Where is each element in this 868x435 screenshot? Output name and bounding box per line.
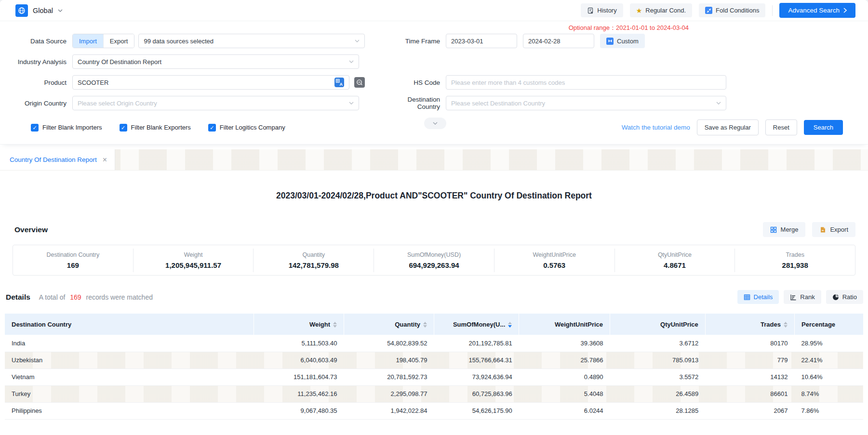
filter-blank-exporters-checkbox[interactable]: Filter Blank Exporters (120, 124, 191, 132)
table-cell: 11,235,462.16 (254, 385, 344, 402)
collapse-form-button[interactable] (424, 118, 446, 129)
history-button[interactable]: History (581, 3, 623, 17)
form-right-column: Time Frame Custom (383, 34, 726, 117)
table-body: India5,111,503.4054,802,839.52201,192,78… (5, 335, 863, 419)
data-sources-select[interactable]: 99 data sources selected (138, 34, 365, 48)
hs-code-input[interactable] (451, 79, 721, 86)
table-row[interactable]: India5,111,503.4054,802,839.52201,192,78… (5, 335, 863, 352)
col-percentage: Percentage (794, 314, 863, 335)
merge-button[interactable]: Merge (763, 222, 806, 237)
table-cell: 779 (705, 352, 794, 369)
industry-analysis-label: Industry Analysis (0, 58, 72, 66)
sort-icon[interactable] (423, 322, 427, 328)
stat-value: 1,205,945,911.57 (134, 261, 254, 269)
tab-country-of-destination-report[interactable]: Country Of Destination Report × (0, 149, 115, 170)
table-icon (744, 294, 750, 301)
fold-conditions-button[interactable]: Fold Conditions (699, 3, 765, 17)
table-cell: 10.64% (794, 369, 863, 385)
table-cell: 1,942,022.84 (344, 402, 434, 419)
view-ratio-button[interactable]: Ratio (826, 290, 863, 304)
chevron-down-icon (355, 39, 360, 43)
checkbox-checked-icon (208, 124, 216, 132)
checkbox-checked-icon (31, 124, 39, 132)
col-destination-country: Destination Country (5, 314, 254, 335)
tab-label: Country Of Destination Report (10, 156, 97, 163)
stat-value: 169 (13, 261, 133, 269)
fold-icon (705, 7, 712, 14)
date-end-field[interactable] (523, 34, 594, 48)
table-cell: 25.7866 (519, 352, 610, 369)
table-cell: 86601 (705, 385, 794, 402)
table-cell: 5,111,503.40 (254, 335, 344, 352)
product-input[interactable] (78, 79, 334, 86)
table-cell: 5.4048 (519, 385, 610, 402)
records-matched-text: A total of 169 records were matched (39, 293, 153, 301)
table-row[interactable]: Uzbekistan6,040,603.49198,405.79155,766,… (5, 352, 863, 369)
table-cell: 20,781,592.73 (344, 369, 434, 385)
col-sum-of-money[interactable]: SumOfMoney(U... (434, 314, 519, 335)
origin-country-label: Origin Country (0, 100, 72, 107)
destination-country-label: Destination Country (383, 96, 446, 110)
sort-icon[interactable] (333, 322, 337, 328)
view-details-button[interactable]: Details (737, 290, 779, 304)
origin-country-select[interactable]: Please select Origin Country (72, 96, 359, 110)
stat-value: 281,938 (735, 261, 855, 269)
optional-range-text: Optional range：2021-01-01 to 2024-03-04 (569, 24, 689, 32)
stat-label: Weight (134, 251, 254, 258)
table-cell: 6,040,603.49 (254, 352, 344, 369)
bar-chart-icon (790, 294, 797, 301)
product-input-wrap: A (72, 75, 349, 90)
cell-destination-country: Uzbekistan (5, 352, 254, 369)
view-label: Details (754, 293, 773, 301)
col-qty-unit-price: QtyUnitPrice (610, 314, 706, 335)
export-tab[interactable]: Export (103, 34, 134, 48)
table-row[interactable]: Turkey11,235,462.162,295,098.7760,725,86… (5, 385, 863, 402)
destination-country-placeholder: Please select Destination Country (451, 100, 545, 107)
table-cell: 6.0244 (519, 402, 610, 419)
overview-stats: Destination Country 169 Weight 1,205,945… (13, 245, 855, 276)
table-cell: 7.86% (794, 402, 863, 419)
reset-button[interactable]: Reset (765, 119, 797, 135)
filter-logistics-company-checkbox[interactable]: Filter Logitics Company (208, 124, 285, 132)
table-cell: 9,067,480.35 (254, 402, 344, 419)
date-start-field[interactable] (446, 34, 517, 48)
filter-blank-importers-checkbox[interactable]: Filter Blank Importers (31, 124, 102, 132)
brand-selector[interactable]: Global (15, 4, 63, 17)
cell-destination-country: Philippines (5, 402, 254, 419)
sort-icon-active-desc[interactable] (508, 322, 512, 328)
cell-destination-country: Turkey (5, 385, 254, 402)
chevron-right-icon (843, 8, 847, 13)
export-label: Export (830, 226, 848, 233)
col-trades[interactable]: Trades (705, 314, 794, 335)
stat-label: WeightUnitPrice (494, 251, 614, 258)
cell-destination-country: India (5, 335, 254, 352)
translate-icon[interactable]: A (334, 78, 344, 87)
import-tab[interactable]: Import (73, 34, 103, 48)
save-as-regular-button[interactable]: Save as Regular (697, 119, 759, 135)
col-quantity[interactable]: Quantity (344, 314, 434, 335)
details-table: Destination Country Weight Quantity SumO… (5, 314, 863, 420)
date-end-input[interactable] (528, 38, 613, 45)
col-weight[interactable]: Weight (254, 314, 344, 335)
close-icon[interactable]: × (103, 156, 107, 164)
star-icon: ★ (636, 7, 642, 14)
checkbox-label: Filter Blank Importers (42, 124, 102, 131)
tutorial-link[interactable]: Watch the tutorial demo (622, 124, 690, 131)
view-rank-button[interactable]: Rank (784, 290, 821, 304)
search-button[interactable]: Search (804, 120, 843, 135)
view-switcher: Details Rank Ratio (737, 290, 863, 304)
export-button[interactable]: Export (812, 222, 855, 237)
industry-analysis-select[interactable]: Country Of Destination Report (72, 54, 359, 69)
data-sources-value: 99 data sources selected (144, 38, 214, 45)
advanced-search-button[interactable]: Advanced Search (779, 3, 855, 18)
destination-country-select[interactable]: Please select Destination Country (446, 96, 726, 110)
import-export-toggle: Import Export (72, 34, 134, 48)
regular-cond-button[interactable]: ★ Regular Cond. (630, 3, 692, 17)
table-cell: 73,924,636.94 (434, 369, 519, 385)
table-row[interactable]: Vietnam151,181,604.7320,781,592.7373,924… (5, 369, 863, 385)
table-row[interactable]: Philippines9,067,480.351,942,022.8454,62… (5, 402, 863, 419)
sort-icon[interactable] (784, 322, 788, 328)
stat-label: Quantity (254, 251, 374, 258)
exact-match-icon[interactable] (354, 77, 365, 88)
stat-weight: Weight 1,205,945,911.57 (133, 249, 254, 272)
